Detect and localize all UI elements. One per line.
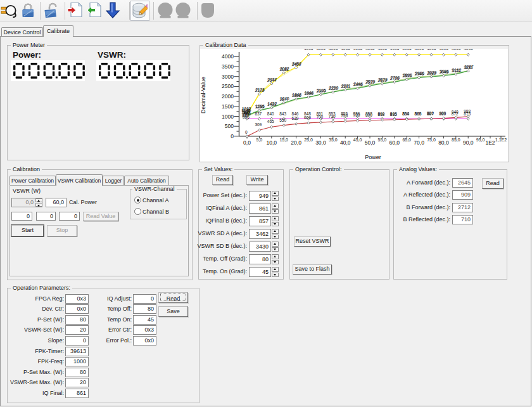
svg-text:2893: 2893 [403, 73, 412, 77]
svg-text:1,1E2: 1,1E2 [495, 138, 507, 142]
svg-text:80,0: 80,0 [438, 139, 449, 146]
svg-text:730: 730 [329, 114, 336, 119]
svg-text:800: 800 [365, 113, 372, 117]
svg-text:4000: 4000 [222, 53, 234, 60]
svg-text:0: 0 [231, 133, 234, 139]
svg-text:756: 756 [341, 113, 348, 118]
svg-text:4095: 4095 [377, 49, 387, 51]
svg-text:85,0: 85,0 [452, 138, 460, 142]
svg-text:Power: Power [365, 154, 381, 160]
svg-text:885: 885 [243, 115, 250, 119]
svg-text:75,0: 75,0 [427, 138, 436, 142]
svg-text:4095: 4095 [365, 49, 375, 51]
svg-text:2986: 2986 [415, 71, 425, 75]
svg-text:465: 465 [267, 119, 274, 124]
svg-text:880: 880 [427, 111, 434, 115]
svg-text:900: 900 [439, 111, 446, 115]
svg-text:0,0: 0,0 [243, 139, 251, 146]
svg-text:500: 500 [225, 123, 234, 129]
svg-text:3287: 3287 [464, 65, 474, 69]
svg-text:309: 309 [255, 122, 262, 127]
svg-text:40,0: 40,0 [340, 139, 351, 146]
svg-text:3000: 3000 [222, 74, 234, 80]
svg-text:35,0: 35,0 [329, 138, 338, 142]
svg-text:4095: 4095 [316, 49, 326, 51]
svg-text:4095: 4095 [452, 49, 461, 51]
svg-text:2679: 2679 [378, 77, 388, 82]
svg-text:2000: 2000 [222, 93, 234, 100]
svg-text:940: 940 [452, 110, 459, 114]
svg-text:4095: 4095 [439, 49, 448, 51]
svg-text:700: 700 [316, 115, 323, 119]
svg-text:4095: 4095 [329, 49, 338, 51]
svg-text:2178: 2178 [255, 87, 265, 92]
svg-text:843: 843 [279, 112, 286, 116]
svg-text:65,0: 65,0 [402, 138, 411, 142]
svg-text:4095: 4095 [341, 49, 350, 51]
svg-text:4095: 4095 [390, 49, 400, 51]
svg-text:865: 865 [415, 112, 422, 116]
svg-text:5,0: 5,0 [256, 138, 263, 142]
svg-text:620: 620 [292, 116, 299, 120]
svg-text:4095: 4095 [415, 49, 424, 51]
svg-text:10,0: 10,0 [267, 139, 277, 146]
svg-text:30,0: 30,0 [315, 139, 326, 146]
svg-text:3162: 3162 [452, 68, 462, 72]
svg-text:4095: 4095 [353, 49, 363, 51]
svg-text:3500: 3500 [222, 63, 234, 70]
svg-text:1848: 1848 [293, 93, 302, 97]
svg-text:835: 835 [390, 112, 397, 117]
svg-text:50,0: 50,0 [365, 139, 376, 146]
svg-text:4095: 4095 [464, 49, 473, 51]
svg-text:60,0: 60,0 [390, 139, 400, 146]
svg-text:2500: 2500 [222, 83, 234, 89]
svg-text:840: 840 [267, 112, 274, 116]
svg-text:3082: 3082 [280, 67, 289, 71]
svg-text:45,0: 45,0 [353, 138, 362, 142]
svg-text:70,0: 70,0 [414, 139, 424, 146]
svg-text:3086: 3086 [440, 69, 449, 74]
svg-text:4095: 4095 [427, 49, 436, 51]
svg-text:818: 818 [377, 112, 384, 117]
svg-text:1946: 1946 [305, 91, 314, 95]
svg-text:1E2: 1E2 [485, 139, 495, 146]
svg-text:850: 850 [402, 112, 409, 116]
svg-text:4095: 4095 [402, 49, 412, 51]
svg-text:550: 550 [279, 118, 286, 122]
svg-text:780: 780 [353, 113, 360, 117]
svg-text:2371: 2371 [341, 84, 351, 88]
svg-text:Decimal-Value: Decimal-Value [200, 77, 206, 113]
svg-text:837: 837 [255, 112, 262, 116]
svg-text:669: 669 [304, 115, 311, 120]
svg-text:90,0: 90,0 [463, 139, 474, 146]
svg-text:0: 0 [245, 130, 248, 134]
svg-text:95,0: 95,0 [476, 138, 485, 142]
svg-text:846: 846 [292, 112, 299, 116]
svg-text:20,0: 20,0 [291, 139, 301, 146]
svg-text:1640: 1640 [280, 96, 289, 101]
svg-text:2105: 2105 [317, 88, 326, 93]
svg-text:2579: 2579 [366, 79, 376, 84]
svg-text:55,0: 55,0 [378, 138, 387, 142]
svg-text:1500: 1500 [222, 103, 234, 110]
svg-text:2446: 2446 [354, 82, 364, 86]
svg-text:2766: 2766 [391, 75, 400, 80]
svg-text:4095: 4095 [304, 49, 314, 51]
svg-text:1000: 1000 [222, 113, 234, 120]
svg-text:1100: 1100 [241, 110, 250, 114]
svg-text:3029: 3029 [428, 70, 437, 75]
svg-text:15,0: 15,0 [279, 138, 288, 142]
svg-text:2250: 2250 [329, 86, 339, 90]
svg-text:1285: 1285 [255, 104, 265, 108]
svg-text:988: 988 [464, 109, 471, 113]
svg-text:3452: 3452 [293, 61, 302, 66]
svg-text:25,0: 25,0 [304, 138, 313, 142]
svg-text:2727: 2727 [268, 77, 277, 82]
svg-text:1452: 1452 [268, 101, 277, 106]
